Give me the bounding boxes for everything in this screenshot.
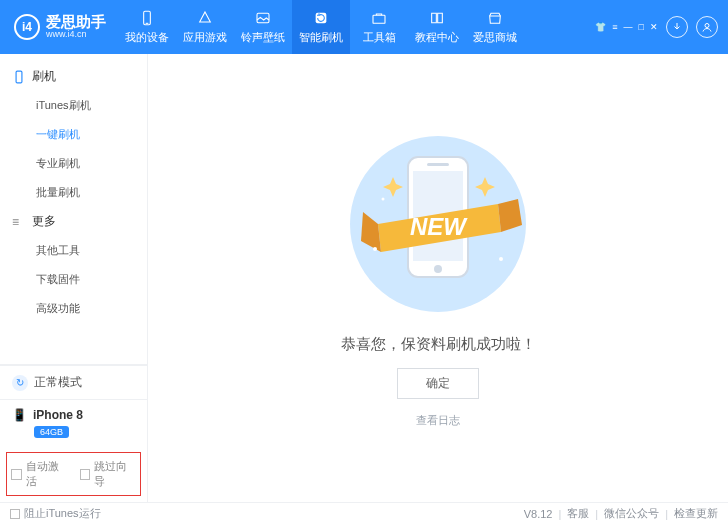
title-bar: i4 爱思助手 www.i4.cn 我的设备 应用游戏 铃声壁纸 智能刷机 工具… [0,0,728,54]
app-logo: i4 爱思助手 www.i4.cn [0,14,118,40]
image-icon [254,9,272,27]
app-name: 爱思助手 [46,14,106,31]
flash-options: 自动激活 跳过向导 [6,452,141,496]
new-badge: NEW [410,213,468,240]
main-panel: NEW 恭喜您，保资料刷机成功啦！ 确定 查看日志 [148,54,728,502]
sidebar-group-more[interactable]: ≡ 更多 [0,207,147,236]
ok-button[interactable]: 确定 [397,368,479,399]
maximize-icon[interactable]: □ [639,22,644,32]
nav-my-device[interactable]: 我的设备 [118,0,176,54]
logo-badge: i4 [14,14,40,40]
store-icon [486,9,504,27]
nav-ringtone[interactable]: 铃声壁纸 [234,0,292,54]
svg-point-14 [382,197,385,200]
nav-tools[interactable]: 工具箱 [350,0,408,54]
top-nav: 我的设备 应用游戏 铃声壁纸 智能刷机 工具箱 教程中心 爱思商城 [118,0,524,54]
sidebar-item-batch-flash[interactable]: 批量刷机 [0,178,147,207]
device-info[interactable]: 📱 iPhone 8 64GB [0,399,147,448]
checkbox-skip-wizard[interactable]: 跳过向导 [80,459,137,489]
svg-point-12 [373,247,377,251]
link-support[interactable]: 客服 [567,506,589,521]
success-illustration: NEW [323,129,553,319]
svg-point-13 [499,257,503,261]
device-mode[interactable]: ↻ 正常模式 [0,365,147,399]
download-button[interactable] [666,16,688,38]
sidebar-group-flash[interactable]: 刷机 [0,62,147,91]
phone-icon [12,70,26,84]
storage-badge: 64GB [34,426,69,438]
sidebar: 刷机 iTunes刷机 一键刷机 专业刷机 批量刷机 ≡ 更多 其他工具 下载固… [0,54,148,502]
refresh-icon [312,9,330,27]
success-message: 恭喜您，保资料刷机成功啦！ [341,335,536,354]
menu-icon[interactable]: ≡ [612,22,617,32]
version-label: V8.12 [524,508,553,520]
status-bar: 阻止iTunes运行 V8.12 | 客服 | 微信公众号 | 检查更新 [0,502,728,524]
phone-icon [138,9,156,27]
toolbox-icon [370,9,388,27]
sidebar-item-oneclick-flash[interactable]: 一键刷机 [0,120,147,149]
wardrobe-icon[interactable]: 👕 [595,22,606,32]
app-url: www.i4.cn [46,30,106,40]
svg-rect-4 [373,15,385,23]
minimize-icon[interactable]: — [624,22,633,32]
window-controls: 👕 ≡ — □ ✕ [595,16,728,38]
nav-flash[interactable]: 智能刷机 [292,0,350,54]
book-icon [428,9,446,27]
sidebar-item-advanced[interactable]: 高级功能 [0,294,147,323]
sidebar-item-other-tools[interactable]: 其他工具 [0,236,147,265]
user-button[interactable] [696,16,718,38]
svg-rect-0 [144,11,151,24]
sidebar-item-itunes-flash[interactable]: iTunes刷机 [0,91,147,120]
svg-point-5 [705,24,709,28]
list-icon: ≡ [12,215,26,229]
svg-rect-11 [427,163,449,166]
link-update[interactable]: 检查更新 [674,506,718,521]
nav-apps[interactable]: 应用游戏 [176,0,234,54]
link-wechat[interactable]: 微信公众号 [604,506,659,521]
nav-tutorial[interactable]: 教程中心 [408,0,466,54]
nav-store[interactable]: 爱思商城 [466,0,524,54]
view-log-link[interactable]: 查看日志 [416,413,460,428]
svg-rect-6 [16,71,22,83]
sidebar-item-pro-flash[interactable]: 专业刷机 [0,149,147,178]
checkbox-block-itunes[interactable]: 阻止iTunes运行 [10,506,101,521]
checkbox-auto-activate[interactable]: 自动激活 [11,459,68,489]
svg-point-10 [434,265,442,273]
sidebar-item-download-firmware[interactable]: 下载固件 [0,265,147,294]
device-name: iPhone 8 [33,408,83,422]
phone-icon: 📱 [12,408,27,422]
close-icon[interactable]: ✕ [650,22,658,32]
refresh-icon: ↻ [12,375,28,391]
apps-icon [196,9,214,27]
